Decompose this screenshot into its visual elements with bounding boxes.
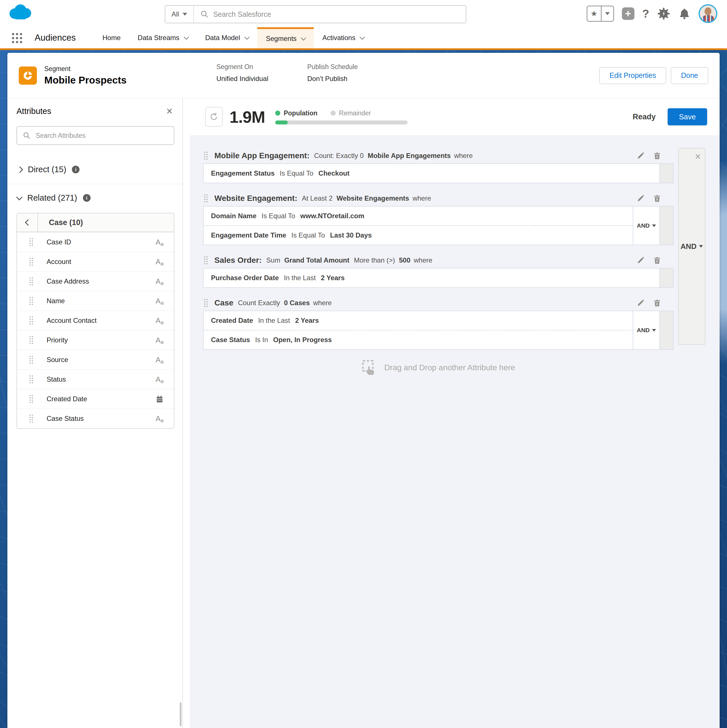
text-type-icon: Aa [156,316,163,325]
segment-on-value: Unified Individual [216,75,268,83]
direct-attributes-section[interactable]: Direct (15) i [17,165,174,174]
text-type-icon: Aa [156,355,163,364]
drag-handle-icon[interactable] [29,356,33,364]
sidebar-scrollbar-thumb[interactable] [180,702,182,726]
text-type-icon: Aa [156,375,163,384]
record-type-label: Segment [44,65,127,73]
favorite-star-icon[interactable]: ★ [587,6,602,21]
remainder-legend-dot [331,110,336,116]
chevron-left-icon [25,219,32,226]
refresh-button[interactable] [205,107,223,127]
drag-handle-icon[interactable] [29,297,33,305]
rule-row[interactable]: Case Status Is In Open, In Progress [204,330,633,349]
related-attributes-section[interactable]: Related (271) i [17,193,174,203]
segment-on-label: Segment On [216,63,268,71]
attribute-row-created-date[interactable]: Created Date [17,389,174,408]
avatar-photo [704,8,712,15]
rule-box-strip [660,311,673,349]
edit-pencil-icon[interactable] [637,256,645,264]
drag-handle-icon[interactable] [29,317,33,324]
user-avatar[interactable] [699,4,717,23]
search-scope-selector[interactable]: All [165,6,193,23]
rule-card-website-engagement: Website Engagement: At Least 2 Website E… [203,191,674,245]
drag-handle-icon[interactable] [29,258,33,266]
publish-schedule-value: Don’t Publish [307,75,358,83]
help-icon[interactable]: ? [642,8,649,20]
drag-handle-icon[interactable] [29,375,33,383]
tab-home[interactable]: Home [94,27,129,48]
rule-row[interactable]: Engagement Date Time Is Equal To Last 30… [204,225,633,245]
attribute-row-case-status[interactable]: Case Status Aa [17,408,174,428]
delete-trash-icon[interactable] [653,194,661,202]
rule-combinator-dropdown[interactable]: AND [633,206,660,245]
delete-trash-icon[interactable] [653,256,661,264]
tab-activations[interactable]: Activations [314,27,373,48]
back-button[interactable] [17,213,38,232]
population-legend-dot [275,110,280,116]
segment-canvas: 1.9M Population Remainder Ready S [190,98,719,728]
close-icon[interactable]: × [695,151,701,162]
close-icon[interactable]: × [166,106,173,116]
info-icon[interactable]: i [72,166,79,173]
drag-drop-icon [362,359,378,376]
setup-gear-icon[interactable] [657,7,670,20]
drag-handle-icon[interactable] [204,152,208,160]
edit-pencil-icon[interactable] [637,299,645,307]
tab-segments[interactable]: Segments [257,27,314,48]
sidebar-title: Attributes [17,107,51,116]
done-button[interactable]: Done [671,67,708,84]
population-toolbar: 1.9M Population Remainder Ready S [190,98,719,135]
rule-card-sales-order: Sales Order: Sum Grand Total Amount More… [203,252,674,288]
attribute-group-title: Case (10) [38,213,83,232]
attribute-row-status[interactable]: Status Aa [17,369,174,389]
delete-trash-icon[interactable] [653,299,661,307]
drag-handle-icon[interactable] [204,194,208,202]
chevron-down-icon [244,34,250,40]
attribute-row-priority[interactable]: Priority Aa [17,330,174,350]
rule-row[interactable]: Created Date In the Last 2 Years [204,311,633,330]
rule-row[interactable]: Engagement Status Is Equal To Checkout [204,164,660,183]
divider [8,184,182,184]
info-icon[interactable]: i [83,194,90,202]
group-combinator-dropdown[interactable]: AND [680,242,703,251]
attribute-row-account[interactable]: Account Aa [17,252,174,271]
attribute-row-source[interactable]: Source Aa [17,350,174,369]
favorites-group: ★ [587,6,614,21]
attribute-dropzone[interactable]: Drag and Drop another Attribute here [203,359,674,376]
header-actions: ★ + ? [587,0,717,27]
global-search-input[interactable] [213,10,466,19]
edit-pencil-icon[interactable] [637,194,645,202]
favorites-menu-button[interactable] [602,6,614,21]
attribute-row-account-contact[interactable]: Account Contact Aa [17,310,174,330]
drag-handle-icon[interactable] [204,256,208,264]
chevron-down-icon [652,329,656,332]
attribute-row-name[interactable]: Name Aa [17,291,174,310]
tab-data-model[interactable]: Data Model [197,27,258,48]
rule-row[interactable]: Domain Name Is Equal To www.NTOretail.co… [204,206,633,225]
delete-trash-icon[interactable] [653,152,661,160]
chevron-down-icon [699,245,703,248]
app-launcher-icon[interactable] [12,28,23,48]
search-icon [23,132,31,139]
panel-gutter [183,98,190,728]
drag-handle-icon[interactable] [29,277,33,285]
chevron-down-icon [652,225,656,227]
global-actions-button[interactable]: + [622,8,634,20]
attribute-row-case-id[interactable]: Case ID Aa [17,232,174,252]
tab-data-streams[interactable]: Data Streams [129,27,197,48]
drag-handle-icon[interactable] [29,414,33,422]
drag-handle-icon[interactable] [29,395,33,403]
edit-pencil-icon[interactable] [637,152,645,160]
attributes-search-input[interactable] [35,132,174,140]
edit-properties-button[interactable]: Edit Properties [599,67,666,84]
save-button[interactable]: Save [667,108,707,125]
drag-handle-icon[interactable] [29,336,33,344]
nav-tabs: Home Data Streams Data Model Segments Ac… [94,27,373,48]
notifications-bell-icon[interactable] [678,8,691,20]
rule-combinator-dropdown[interactable]: AND [633,311,660,349]
drag-handle-icon[interactable] [29,238,33,246]
drag-handle-icon[interactable] [204,299,208,307]
rule-row[interactable]: Purchase Order Date In the Last 2 Years [204,269,660,287]
attribute-row-case-address[interactable]: Case Address Aa [17,271,174,291]
text-type-icon: Aa [156,277,163,286]
